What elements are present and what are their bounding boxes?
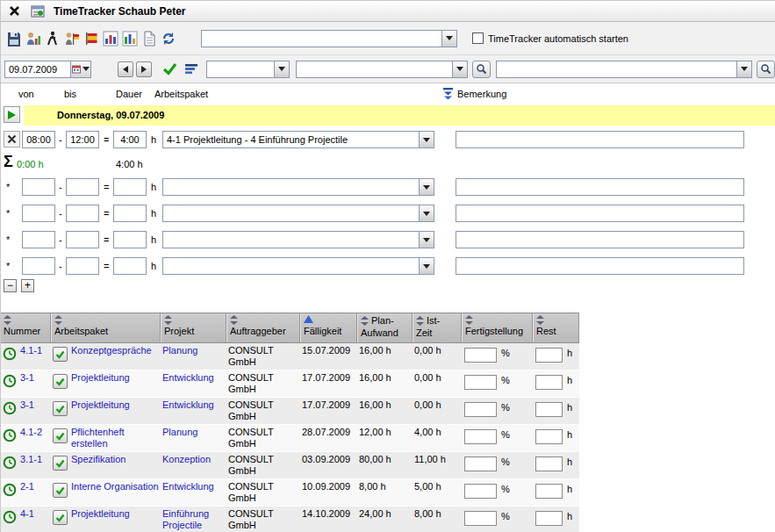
bis-input[interactable] [66,131,99,148]
project-filter-combobox[interactable] [206,61,290,78]
refresh-icon[interactable] [159,29,178,48]
dauer-input[interactable] [113,231,147,248]
von-input[interactable] [22,205,55,222]
sort-icon[interactable] [361,316,369,327]
flag-icon[interactable] [82,29,101,48]
arbeitspaket-link[interactable]: Konzeptgespräche [71,345,152,356]
fertigstellung-input[interactable] [464,402,497,417]
bemerkung-input[interactable] [456,178,744,196]
book-workpackage-button[interactable] [53,401,68,416]
calendar-picker-button[interactable] [71,61,91,78]
rest-input[interactable] [535,429,563,444]
arbeitspaket-combobox[interactable] [162,231,434,248]
fertigstellung-input[interactable] [464,511,497,526]
fertigstellung-input[interactable] [464,484,497,499]
fertigstellung-input[interactable] [464,457,497,471]
arbeitspaket-link[interactable]: Interne Organisation [71,481,159,492]
sort-icon[interactable] [416,316,424,327]
dropdown-button[interactable] [452,61,467,77]
rest-input[interactable] [535,348,563,363]
time-clock-icon[interactable] [3,374,17,388]
time-clock-icon[interactable] [3,483,17,497]
rest-input[interactable] [535,375,563,390]
search-button-2[interactable] [757,61,775,78]
von-input[interactable] [22,231,55,248]
fertigstellung-input[interactable] [464,375,497,390]
sort-icon[interactable] [230,315,297,326]
bemerkung-input[interactable] [456,257,744,275]
book-workpackage-button[interactable] [53,347,68,362]
arbeitspaket-link[interactable]: Pflichtenheft erstellen [71,427,159,449]
dauer-input[interactable] [113,205,147,222]
time-clock-icon[interactable] [3,347,17,361]
book-workpackage-button[interactable] [53,428,68,443]
dauer-input[interactable] [113,257,147,275]
list-view-icon[interactable] [184,63,199,75]
arbeitspaket-link[interactable]: Projektleitung [71,372,130,384]
walking-person-icon[interactable] [43,29,62,48]
nummer-link[interactable]: 4.1-2 [20,427,42,438]
nummer-link[interactable]: 4.1-1 [20,345,42,356]
user-report-icon[interactable] [24,29,43,48]
task-quick-select-combobox[interactable] [201,30,457,47]
delete-entry-button[interactable] [4,131,20,147]
arbeitspaket-combobox[interactable] [162,178,434,196]
dropdown-button[interactable] [419,179,434,195]
book-workpackage-button[interactable] [53,456,68,471]
dropdown-button[interactable] [441,31,456,47]
rest-input[interactable] [535,402,563,417]
sort-icon[interactable] [164,315,223,326]
arbeitspaket-link[interactable]: Projektleitung [71,399,130,411]
dropdown-button[interactable] [274,61,289,77]
fertigstellung-input[interactable] [464,429,497,444]
fertigstellung-input[interactable] [464,348,497,363]
user-flag-icon[interactable] [62,29,82,48]
rest-input[interactable] [535,457,563,471]
nummer-link[interactable]: 3.1-1 [20,454,42,465]
nummer-link[interactable]: 2-1 [20,481,34,492]
start-day-button[interactable] [4,106,20,123]
time-clock-icon[interactable] [3,401,17,415]
dropdown-button[interactable] [419,205,434,221]
autostart-checkbox[interactable] [472,32,484,44]
book-workpackage-button[interactable] [53,374,68,389]
bemerkung-input[interactable] [456,231,744,248]
arbeitspaket-combobox[interactable] [162,257,434,275]
arbeitspaket-link[interactable]: Projektleitung [71,508,130,520]
sort-icon[interactable] [465,315,529,326]
bis-input[interactable] [66,178,99,196]
rest-input[interactable] [535,511,563,526]
arbeitspaket-combobox[interactable]: 4-1 Projektleitung - 4 Einführung Projec… [162,131,434,148]
sort-icon[interactable] [54,315,157,326]
bis-input[interactable] [66,205,99,222]
time-clock-icon[interactable] [3,456,17,470]
nummer-link[interactable]: 3-1 [20,372,34,384]
projekt-link[interactable]: Entwicklung [162,481,214,492]
document-icon[interactable] [140,29,159,48]
projekt-link[interactable]: Einführung Projectile [162,508,209,530]
projekt-link[interactable]: Entwicklung [162,372,214,383]
bemerkung-input[interactable] [456,131,744,148]
arbeitspaket-link[interactable]: Spezifikation [71,454,126,465]
date-input[interactable] [4,61,71,78]
previous-day-button[interactable] [118,61,133,77]
add-row-button[interactable]: + [21,279,34,292]
projekt-link[interactable]: Planung [162,427,197,437]
projekt-link[interactable]: Planung [162,345,197,356]
dropdown-button[interactable] [736,61,751,77]
projekt-link[interactable]: Konzeption [162,454,211,464]
von-input[interactable] [22,178,55,196]
search-combobox[interactable] [496,61,752,78]
bis-input[interactable] [66,257,99,275]
sort-icon[interactable] [4,315,47,326]
dropdown-button[interactable] [419,258,434,274]
von-input[interactable] [22,131,55,148]
time-clock-icon[interactable] [3,428,17,442]
bemerkung-input[interactable] [456,205,744,222]
dauer-input[interactable] [113,178,147,196]
sort-asc-icon[interactable] [304,315,354,326]
stats-chart-icon[interactable] [120,29,140,48]
search-button[interactable] [472,61,491,78]
workpackage-filter-combobox[interactable] [296,61,468,78]
book-workpackage-button[interactable] [53,510,68,525]
